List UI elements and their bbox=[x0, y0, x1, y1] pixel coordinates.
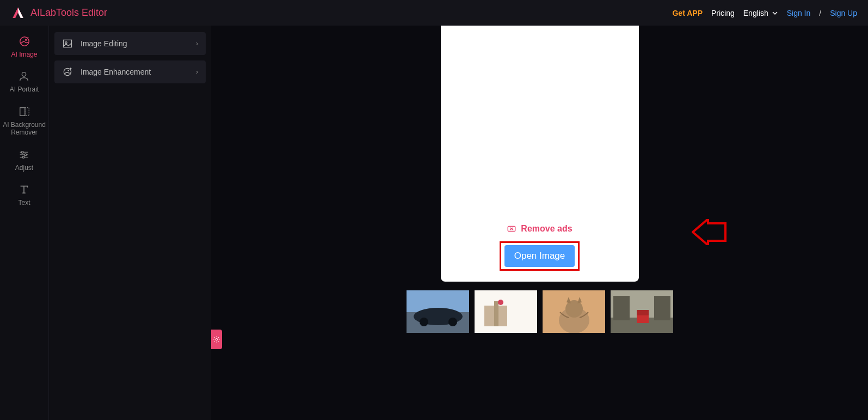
sidebar-item-label: AI Portrait bbox=[10, 86, 39, 93]
svg-point-14 bbox=[67, 70, 69, 71]
sidebar-item-label: Adjust bbox=[15, 164, 33, 172]
sidebar-item-label: AI Background Remover bbox=[2, 121, 46, 137]
get-app-link[interactable]: Get APP bbox=[672, 9, 703, 17]
svg-rect-3 bbox=[20, 107, 24, 115]
remove-ads-label: Remove ads bbox=[521, 224, 572, 234]
menu-item-label: Image Enhancement bbox=[81, 68, 151, 76]
annotation-arrow-icon bbox=[692, 219, 727, 245]
svg-point-29 bbox=[565, 300, 583, 318]
ai-image-icon bbox=[19, 35, 30, 47]
thumbnail-cat[interactable] bbox=[543, 290, 605, 333]
header-left: AILabTools Editor bbox=[11, 6, 107, 20]
chevron-right-icon: › bbox=[196, 40, 198, 47]
pricing-link[interactable]: Pricing bbox=[711, 9, 735, 17]
remove-ads-icon bbox=[507, 224, 516, 234]
app-title: AILabTools Editor bbox=[30, 7, 107, 19]
ai-portrait-icon bbox=[18, 70, 30, 82]
thumbnail-car[interactable] bbox=[407, 290, 469, 333]
image-editing-icon bbox=[62, 38, 73, 49]
menu-item-image-editing[interactable]: Image Editing › bbox=[54, 32, 206, 55]
svg-rect-11 bbox=[64, 40, 72, 47]
sidebar-item-label: Text bbox=[18, 199, 30, 206]
header-right: Get APP Pricing English Sign In / Sign U… bbox=[672, 9, 857, 17]
sidebar-item-bg-remover[interactable]: AI Background Remover bbox=[0, 106, 48, 137]
language-label: English bbox=[743, 9, 768, 17]
language-select[interactable]: English bbox=[743, 9, 778, 17]
svg-point-8 bbox=[24, 154, 27, 156]
canvas-area: Remove ads Open Image bbox=[211, 26, 868, 420]
logo-icon bbox=[11, 6, 25, 20]
open-image-card: Remove ads Open Image bbox=[441, 26, 639, 282]
sign-up-link[interactable]: Sign Up bbox=[830, 9, 857, 17]
svg-point-1 bbox=[24, 39, 27, 41]
thumbnail-street-chair[interactable] bbox=[611, 290, 673, 333]
menu-item-label: Image Editing bbox=[81, 39, 127, 48]
remove-ads-link[interactable]: Remove ads bbox=[507, 224, 572, 234]
svg-point-6 bbox=[22, 151, 24, 153]
image-enhancement-icon bbox=[62, 66, 73, 77]
sidebar-item-ai-portrait[interactable]: AI Portrait bbox=[8, 70, 41, 93]
menu-item-image-enhancement[interactable]: Image Enhancement › bbox=[54, 60, 206, 83]
gear-icon bbox=[213, 336, 220, 343]
svg-rect-33 bbox=[654, 296, 670, 320]
main-layout: AI Image AI Portrait AI Background Remov… bbox=[0, 26, 868, 420]
svg-point-21 bbox=[420, 318, 428, 326]
svg-point-22 bbox=[448, 318, 457, 326]
auth-divider: / bbox=[819, 9, 821, 17]
sample-thumbnails bbox=[407, 290, 673, 333]
sidebar-item-text[interactable]: Text bbox=[16, 184, 32, 206]
svg-point-36 bbox=[216, 338, 218, 340]
svg-point-10 bbox=[23, 156, 25, 158]
app-header: AILabTools Editor Get APP Pricing Englis… bbox=[0, 0, 868, 26]
history-toggle-button[interactable] bbox=[211, 330, 222, 349]
sign-in-link[interactable]: Sign In bbox=[787, 9, 811, 17]
sidebar-item-adjust[interactable]: Adjust bbox=[13, 149, 35, 172]
chevron-down-icon bbox=[772, 10, 778, 16]
text-icon bbox=[18, 184, 30, 196]
svg-point-12 bbox=[65, 42, 67, 44]
left-sidebar: AI Image AI Portrait AI Background Remov… bbox=[0, 26, 49, 420]
svg-point-13 bbox=[64, 68, 71, 75]
svg-rect-25 bbox=[494, 301, 498, 326]
chevron-right-icon: › bbox=[196, 68, 198, 76]
svg-rect-32 bbox=[613, 296, 630, 320]
sub-panel: Image Editing › Image Enhancement › bbox=[49, 26, 211, 420]
open-image-button[interactable]: Open Image bbox=[504, 245, 575, 267]
svg-point-26 bbox=[498, 300, 503, 305]
open-image-highlight: Open Image bbox=[500, 241, 580, 271]
sidebar-item-ai-image[interactable]: AI Image bbox=[9, 35, 39, 58]
svg-rect-35 bbox=[637, 310, 649, 315]
sidebar-item-label: AI Image bbox=[11, 51, 37, 58]
thumbnail-giftbox[interactable] bbox=[475, 290, 537, 333]
svg-rect-4 bbox=[24, 107, 28, 115]
bg-remover-icon bbox=[19, 106, 30, 118]
adjust-icon bbox=[18, 149, 30, 161]
svg-point-2 bbox=[22, 72, 26, 76]
